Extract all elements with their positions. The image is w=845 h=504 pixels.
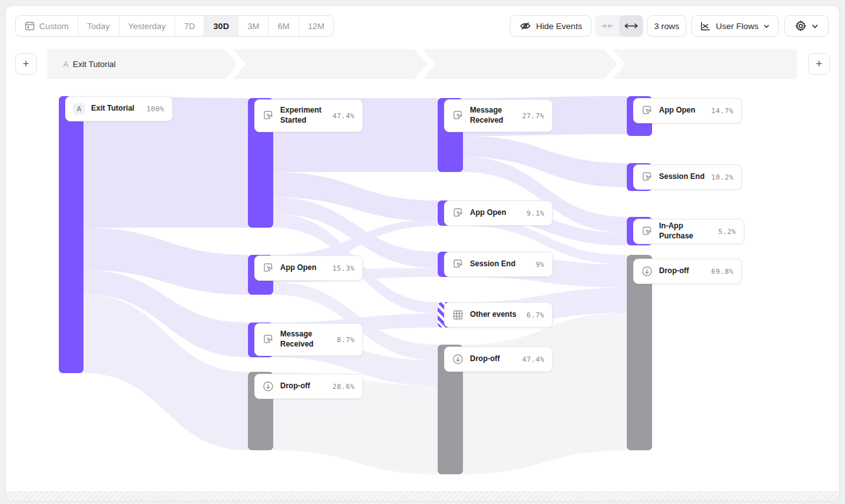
event-icon: [452, 110, 464, 121]
flow-node-card-other-events-3[interactable]: Other events 6.7%: [444, 302, 553, 328]
flow-node-bar-exit-tutorial[interactable]: [59, 96, 83, 373]
event-icon: [262, 110, 274, 121]
flow-ribbons: [0, 0, 845, 504]
dropoff-icon: [262, 381, 274, 392]
step-letter-chip: A: [73, 103, 85, 114]
event-icon: [641, 171, 653, 183]
flow-node-card-dropoff-2[interactable]: Drop-off 28.6%: [254, 374, 363, 399]
flow-node-card-dropoff-3[interactable]: Drop-off 47.4%: [444, 347, 553, 372]
flow-node-bar-dropoff-4[interactable]: [627, 255, 652, 450]
other-events-grid-icon: [452, 309, 464, 321]
flow-node-card-app-open-2[interactable]: App Open 15.3%: [254, 255, 363, 281]
event-icon: [262, 262, 274, 274]
flow-node-card-app-open-4[interactable]: App Open 14.7%: [633, 98, 742, 123]
flow-node-card-message-received-3[interactable]: Message Received 27.7%: [444, 99, 553, 132]
event-icon: [262, 334, 274, 345]
flow-node-card-session-end-3[interactable]: Session End 9%: [444, 252, 553, 277]
flow-node-card-session-end-4[interactable]: Session End 10.2%: [633, 164, 742, 190]
flow-node-card-dropoff-4[interactable]: Drop-off 69.8%: [633, 259, 742, 284]
flow-node-card-message-received-2[interactable]: Message Received 8.7%: [254, 323, 363, 356]
flow-node-card-exit-tutorial[interactable]: A Exit Tutorial 100%: [65, 96, 173, 121]
user-flows-screen: Custom Today Yesterday 7D 30D 3M 6M 12M …: [0, 0, 845, 504]
event-icon: [641, 226, 653, 237]
event-icon: [452, 259, 464, 270]
event-icon: [641, 105, 653, 116]
flow-node-card-app-open-3[interactable]: App Open 9.1%: [444, 200, 553, 226]
flow-node-card-in-app-purchase-4[interactable]: In-App Purchase 5.2%: [633, 219, 744, 244]
dropoff-icon: [452, 353, 464, 365]
dropoff-icon: [641, 266, 653, 277]
flow-node-card-experiment-started[interactable]: Experiment Started 47.4%: [254, 99, 363, 132]
event-icon: [452, 207, 464, 219]
